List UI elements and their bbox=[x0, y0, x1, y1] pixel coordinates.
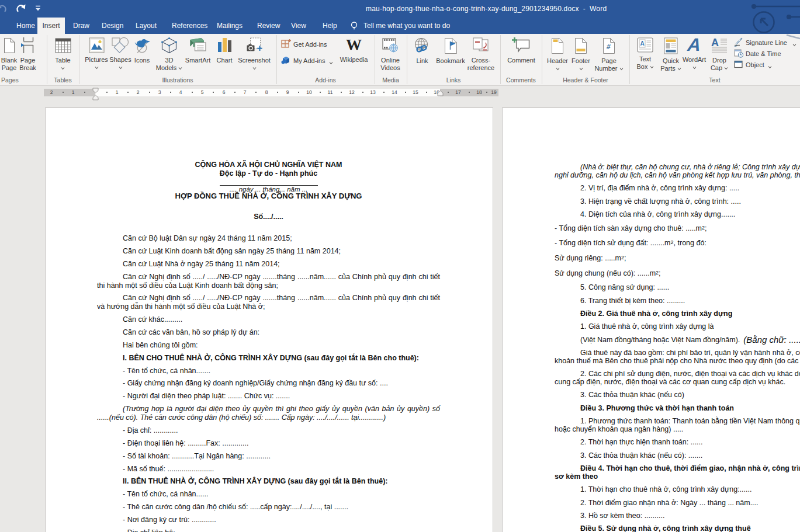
svg-text:A: A bbox=[640, 40, 645, 47]
svg-text:A: A bbox=[711, 37, 719, 48]
svg-text:#: # bbox=[606, 42, 611, 51]
